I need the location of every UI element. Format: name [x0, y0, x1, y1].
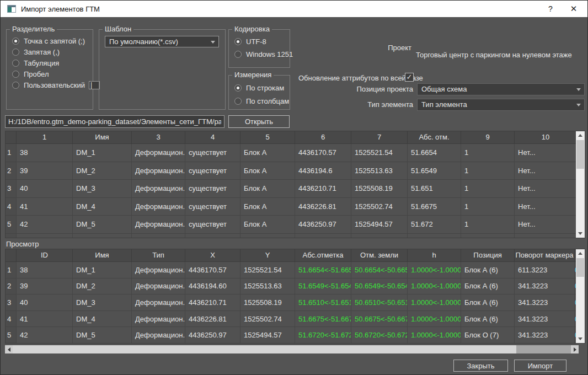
help-icon[interactable]: ?: [539, 1, 562, 17]
column-header[interactable]: Абс. отм.: [408, 131, 461, 144]
table-cell[interactable]: Деформацион...: [132, 162, 185, 180]
column-header[interactable]: 3: [132, 131, 185, 144]
table-cell[interactable]: 51.6654: [408, 144, 461, 162]
close-button[interactable]: Закрыть: [453, 360, 508, 372]
table-cell[interactable]: 1.0000<-1.0000: [408, 294, 461, 311]
column-header[interactable]: Имя: [73, 249, 132, 262]
table-cell[interactable]: 50.6675<-50.6675: [351, 311, 408, 328]
table-cell[interactable]: существует: [185, 216, 240, 234]
column-header[interactable]: Y: [240, 249, 295, 262]
column-header[interactable]: Поворот маркера: [515, 249, 575, 262]
column-header[interactable]: Тип: [132, 249, 185, 262]
table-cell[interactable]: 1525494.57: [240, 327, 295, 343]
table-cell[interactable]: DM_2: [73, 162, 132, 180]
table-cell[interactable]: Деформацион...: [132, 294, 185, 311]
row-header[interactable]: 1: [6, 262, 17, 278]
table-cell[interactable]: 1: [461, 144, 515, 162]
table-cell[interactable]: 4436226.81: [185, 311, 240, 328]
table-cell[interactable]: 39: [17, 278, 73, 295]
table-cell[interactable]: 611.3223: [515, 262, 575, 278]
row-header[interactable]: 5: [6, 216, 17, 234]
table-cell[interactable]: Блок А: [240, 198, 295, 216]
table-cell[interactable]: 1525513.63: [351, 162, 408, 180]
table-cell[interactable]: 1: [461, 198, 515, 216]
table-cell[interactable]: существует: [185, 180, 240, 198]
table-cell[interactable]: существует: [185, 144, 240, 162]
table-cell[interactable]: Деформацион...: [132, 198, 185, 216]
update-attributes-checkbox[interactable]: ✓: [405, 73, 414, 82]
table-cell[interactable]: Деформацион...: [132, 262, 185, 278]
scroll-up-icon[interactable]: [576, 249, 585, 258]
column-header[interactable]: 10: [515, 131, 577, 144]
table-cell[interactable]: Блок О (7): [461, 327, 515, 343]
table-cell[interactable]: существует: [185, 162, 240, 180]
table-cell[interactable]: 4436194.6: [295, 162, 351, 180]
import-button[interactable]: Импорт: [514, 360, 566, 372]
scroll-left-icon[interactable]: [5, 345, 13, 353]
row-header[interactable]: 3: [6, 294, 17, 311]
table-cell[interactable]: 1.0000<-1.0000: [408, 327, 461, 343]
column-header[interactable]: 1: [17, 131, 73, 144]
table-cell[interactable]: Деформацион...: [132, 278, 185, 295]
file-path-input[interactable]: [5, 115, 224, 128]
radio-space[interactable]: Пробел: [12, 69, 49, 78]
vertical-scrollbar[interactable]: [576, 249, 585, 343]
table-cell[interactable]: 51.6675<-51.6675: [295, 311, 351, 328]
table-cell[interactable]: 1525502.74: [351, 198, 408, 216]
row-header[interactable]: 5: [6, 327, 17, 343]
table-cell[interactable]: Деформацион...: [132, 216, 185, 234]
column-header[interactable]: 5: [240, 131, 295, 144]
table-cell[interactable]: 1525502.74: [240, 311, 295, 328]
table-cell[interactable]: Деформацион...: [132, 180, 185, 198]
column-header[interactable]: Позиция: [461, 249, 515, 262]
table-cell[interactable]: 43: [17, 234, 73, 238]
row-header[interactable]: 3: [6, 180, 17, 198]
table-cell[interactable]: 42: [17, 327, 73, 343]
table-cell[interactable]: DM_2: [73, 278, 132, 295]
table-cell[interactable]: Деформацион...: [132, 144, 185, 162]
table-cell[interactable]: Блок А (6): [461, 278, 515, 295]
row-header[interactable]: 4: [6, 198, 17, 216]
radio-custom[interactable]: Пользовательский: [12, 81, 100, 89]
open-button[interactable]: Открыть: [228, 115, 290, 128]
table-cell[interactable]: существует: [185, 234, 240, 238]
radio-utf8[interactable]: UTF-8: [234, 37, 266, 46]
table-cell[interactable]: 1.0000<-1.0000: [408, 262, 461, 278]
table-cell[interactable]: 1: [461, 180, 515, 198]
table-cell[interactable]: 341.3223: [515, 311, 575, 328]
table-cell[interactable]: 4436170.57: [185, 262, 240, 278]
column-header[interactable]: ID: [17, 249, 73, 262]
table-cell[interactable]: 4436194.60: [185, 278, 240, 295]
table-cell[interactable]: 50.6549<-50.6549: [351, 278, 408, 295]
table-cell[interactable]: 41: [17, 311, 73, 328]
table-cell[interactable]: Блок А: [240, 234, 295, 238]
radio-windows1251[interactable]: Windows 1251: [234, 50, 293, 58]
table-cell[interactable]: Нет...: [515, 180, 577, 198]
table-cell[interactable]: 341.3223: [515, 278, 575, 295]
template-dropdown[interactable]: По умолчанию(*.csv): [105, 36, 219, 47]
table-cell[interactable]: 341.3223: [515, 294, 575, 311]
table-cell[interactable]: 42: [17, 216, 73, 234]
table-cell[interactable]: 51.6720<-51.6720: [295, 327, 351, 343]
table-cell[interactable]: 341.3223: [515, 327, 575, 343]
column-header[interactable]: h: [408, 249, 461, 262]
titlebar[interactable]: Импорт элементов ГТМ ? ✕: [1, 1, 587, 17]
table-cell[interactable]: Блок А: [240, 144, 295, 162]
table-cell[interactable]: 1: [461, 234, 515, 238]
table-cell[interactable]: Блок А: [240, 162, 295, 180]
table-cell[interactable]: Блок А (6): [461, 311, 515, 328]
horizontal-scrollbar[interactable]: [5, 345, 579, 353]
table-cell[interactable]: 51.6675: [408, 198, 461, 216]
vertical-scrollbar[interactable]: [576, 131, 585, 238]
table-cell[interactable]: DM_1: [73, 262, 132, 278]
table-cell[interactable]: DM_3: [73, 294, 132, 311]
radio-semicolon[interactable]: Точка с запятой (;): [12, 36, 85, 45]
table-cell[interactable]: существует: [185, 198, 240, 216]
table-cell[interactable]: 4436250.97: [295, 216, 351, 234]
column-header[interactable]: X: [185, 249, 240, 262]
table-cell[interactable]: 50.6510<-50.6510: [351, 294, 408, 311]
table-cell[interactable]: 4436226.81: [295, 198, 351, 216]
table-cell[interactable]: 50.6654<-50.6654: [351, 262, 408, 278]
column-header[interactable]: 4: [185, 131, 240, 144]
table-cell[interactable]: 1525494.57: [351, 216, 408, 234]
